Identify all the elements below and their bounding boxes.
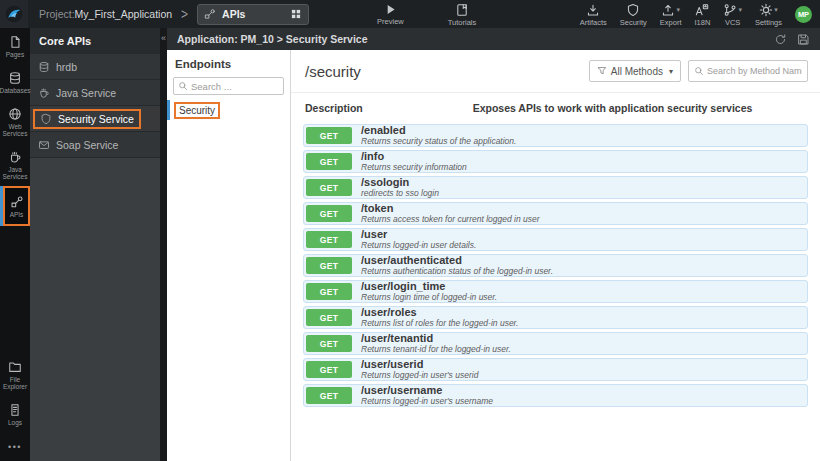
search-icon: [178, 81, 188, 91]
endpoint-text: /user/useridReturns logged-in user's use…: [352, 361, 478, 378]
vcs-icon: ▾: [723, 3, 742, 17]
topbar-item-settings[interactable]: ▾Settings: [755, 3, 782, 26]
topbar-item-vcs[interactable]: ▾VCS: [723, 3, 742, 26]
endpoint-description: Returns security information: [361, 163, 467, 172]
api-icon: [10, 195, 24, 209]
endpoint-text: /enabledReturns security status of the a…: [352, 127, 516, 144]
project-title: Project:My_First_Application: [39, 8, 172, 20]
endpoint-row[interactable]: GET/user/login_timeReturns login time of…: [303, 280, 808, 303]
endpoint-description: Returns access token for current logged …: [361, 215, 540, 224]
method-badge: GET: [306, 179, 352, 196]
endpoint-item-label: Security: [174, 102, 220, 119]
wavemaker-logo-icon[interactable]: [0, 0, 28, 28]
method-search-input[interactable]: [707, 66, 802, 76]
method-badge: GET: [306, 153, 352, 170]
service-path-title: /security: [305, 63, 361, 80]
core-api-item-security-service[interactable]: Security Service: [30, 106, 160, 132]
preview-label: Preview: [377, 18, 404, 25]
topbar-item-export[interactable]: ▾Export: [660, 3, 682, 26]
app-shell: PagesDatabasesWeb ServicesJava ServicesA…: [0, 28, 820, 461]
topbar-right-menu: ArtifactsSecurity▾ExportI18N▾VCS▾Setting…: [580, 3, 820, 26]
endpoint-text: /user/login_timeReturns login time of lo…: [352, 283, 497, 300]
endpoints-list: Security: [167, 101, 290, 119]
apis-tab-label: APIs: [222, 8, 284, 20]
main-content: Endpoints Security /security All Methods…: [167, 50, 820, 461]
core-api-item-label: hrdb: [56, 61, 77, 73]
methods-filter-dropdown[interactable]: All Methods ▾: [589, 60, 681, 82]
endpoint-description: redirects to sso login: [361, 189, 439, 198]
sidebar-item-label: APIs: [10, 211, 24, 218]
endpoint-row[interactable]: GET/tokenReturns access token for curren…: [303, 202, 808, 225]
service-description: Exposes APIs to work with application se…: [417, 102, 808, 114]
sidebar-item-logs[interactable]: Logs: [0, 396, 30, 432]
breadcrumb: Application: PM_10 > Security Service: [177, 33, 774, 45]
endpoint-row[interactable]: GET/user/usernameReturns logged-in user'…: [303, 384, 808, 407]
endpoint-item-security[interactable]: Security: [167, 101, 290, 119]
endpoint-row[interactable]: GET/user/authenticatedReturns authentica…: [303, 254, 808, 277]
database-icon: [8, 71, 22, 85]
topbar-item-label: VCS: [725, 19, 740, 26]
collapse-panel-button[interactable]: «: [160, 33, 167, 43]
method-badge: GET: [306, 231, 352, 248]
sidebar-item-apis[interactable]: APIs: [3, 186, 30, 226]
save-icon[interactable]: [797, 33, 810, 46]
more-options-button[interactable]: •••: [0, 432, 30, 461]
core-api-item-java-service[interactable]: Java Service: [30, 80, 160, 106]
topbar-item-label: Artifacts: [580, 19, 607, 26]
project-name: My_First_Application: [75, 8, 172, 20]
topbar-item-i18n[interactable]: I18N: [695, 3, 711, 26]
endpoint-path: /user/authenticated: [361, 255, 553, 266]
endpoint-path: /enabled: [361, 125, 516, 136]
endpoint-row[interactable]: GET/enabledReturns security status of th…: [303, 124, 808, 147]
endpoint-row[interactable]: GET/user/useridReturns logged-in user's …: [303, 358, 808, 381]
sidebar-item-label: Pages: [6, 51, 24, 58]
endpoint-row[interactable]: GET/user/tenantidReturns tenant-id for t…: [303, 332, 808, 355]
sidebar-item-file-explorer[interactable]: File Explorer: [0, 353, 30, 396]
chevron-right-icon: >: [181, 5, 188, 23]
method-badge: GET: [306, 335, 352, 352]
sidebar-item-java-services[interactable]: Java Services: [0, 143, 30, 186]
filter-icon: [597, 66, 607, 76]
method-search: [688, 60, 808, 82]
method-badge: GET: [306, 257, 352, 274]
pages-icon: [8, 35, 22, 49]
grid-icon[interactable]: [290, 8, 302, 20]
sidebar-item-web-services[interactable]: Web Services: [0, 100, 30, 143]
core-apis-panel: Core APIs hrdbJava ServiceSecurity Servi…: [30, 28, 160, 461]
method-badge: GET: [306, 283, 352, 300]
caret-down-icon: ▾: [774, 7, 778, 13]
core-api-item-label: Security Service: [58, 113, 134, 125]
sidebar-item-databases[interactable]: Databases: [0, 64, 30, 100]
endpoint-row[interactable]: GET/infoReturns security information: [303, 150, 808, 173]
refresh-icon[interactable]: [774, 33, 787, 46]
preview-button[interactable]: Preview: [377, 3, 404, 25]
tutorials-button[interactable]: Tutorials: [448, 3, 476, 26]
sidebar-item-pages[interactable]: Pages: [0, 28, 30, 64]
topbar: Project:My_First_Application > APIs Prev…: [0, 0, 820, 28]
endpoint-path: /user/tenantid: [361, 333, 511, 344]
core-api-item-label: Soap Service: [56, 139, 118, 151]
endpoint-row[interactable]: GET/user/rolesReturns list of roles for …: [303, 306, 808, 329]
endpoints-search-input[interactable]: [191, 81, 279, 92]
endpoints-title: Endpoints: [167, 56, 290, 77]
core-api-item-hrdb[interactable]: hrdb: [30, 54, 160, 80]
endpoint-row[interactable]: GET/userReturns logged-in user details.: [303, 228, 808, 251]
gear-icon: ▾: [759, 3, 778, 17]
left-icon-sidebar: PagesDatabasesWeb ServicesJava ServicesA…: [0, 28, 30, 461]
topbar-item-security[interactable]: Security: [620, 3, 647, 26]
service-detail-pane: /security All Methods ▾: [291, 50, 820, 461]
database-icon: [38, 61, 50, 73]
endpoint-text: /infoReturns security information: [352, 153, 467, 170]
apis-tab[interactable]: APIs: [197, 4, 309, 25]
user-avatar[interactable]: MP: [795, 6, 812, 23]
shield-icon: [626, 3, 640, 17]
core-api-item-soap-service[interactable]: Soap Service: [30, 132, 160, 158]
method-badge: GET: [306, 205, 352, 222]
sidebar-bottom-items: File ExplorerLogs: [0, 353, 30, 432]
book-icon: [455, 3, 469, 17]
endpoint-row[interactable]: GET/ssologinredirects to sso login: [303, 176, 808, 199]
endpoint-path: /user/login_time: [361, 281, 497, 292]
folder-icon: [8, 360, 22, 374]
topbar-item-artifacts[interactable]: Artifacts: [580, 3, 607, 26]
search-icon: [694, 66, 704, 76]
